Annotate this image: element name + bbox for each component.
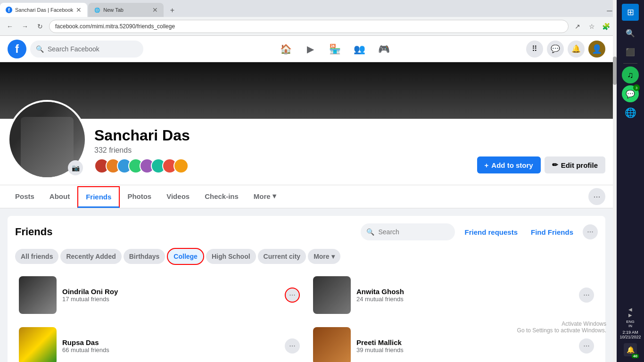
tab-posts[interactable]: Posts (8, 186, 42, 208)
add-to-story-button[interactable]: + Add to story (477, 156, 541, 173)
filter-current-city[interactable]: Current city (258, 249, 306, 264)
filter-recently-added[interactable]: Recently Added (60, 249, 121, 264)
taskbar-notification-button[interactable]: 🔔 40 (622, 341, 639, 358)
friends-section-title: Friends (15, 226, 355, 238)
friend-photo-0 (19, 276, 57, 314)
extensions-button[interactable]: 🧩 (600, 20, 612, 33)
tab-close-facebook[interactable]: ✕ (76, 6, 82, 14)
friend-menu-button-0[interactable]: ··· (285, 288, 300, 303)
filter-more[interactable]: More ▾ (308, 249, 340, 264)
friend-card-1: Anwita Ghosh 24 mutual friends ··· (309, 272, 598, 318)
tab-overflow-button[interactable]: ··· (588, 188, 605, 205)
filter-more-chevron-icon: ▾ (331, 253, 335, 260)
taskbar-spotify-icon[interactable]: ♫ (622, 66, 639, 83)
taskbar-multitask-icon[interactable]: ⬛ (622, 43, 639, 60)
friend-mutual-0: 17 mutual friends (62, 296, 279, 303)
messenger-button[interactable]: 💬 (547, 41, 564, 58)
scroll-down-button[interactable]: ▶ (627, 312, 634, 318)
tab-photos[interactable]: Photos (120, 186, 159, 208)
friends-header: Friends 🔍 Friend requests Find Friends ·… (15, 223, 598, 240)
search-placeholder: Search Facebook (48, 45, 99, 53)
friend-count: 332 friends (94, 146, 470, 155)
date-display: 10/21/2022 (619, 335, 641, 339)
tab-favicon-facebook: f (6, 7, 12, 13)
friend-menu-button-3[interactable]: ··· (579, 338, 594, 354)
scrollbar[interactable] (613, 0, 617, 362)
tab-more[interactable]: More ▾ (246, 185, 284, 208)
browser-nav-bar: ← → ↻ facebook.com/mimi.mitra.52090/frie… (0, 17, 644, 36)
share-button[interactable]: ↗ (571, 20, 584, 33)
clock[interactable]: 2:19 AM 10/21/2022 (619, 330, 641, 339)
tab-close-newtab[interactable]: ✕ (152, 6, 158, 14)
friend-name-2: Rupsa Das (62, 338, 279, 346)
friend-requests-link[interactable]: Friend requests (461, 228, 521, 236)
friend-card-0: Oindrila Oni Roy 17 mutual friends ··· (15, 272, 304, 318)
taskbar-whatsapp-icon[interactable]: 💬 3 (622, 85, 639, 102)
friend-menu-button-1[interactable]: ··· (579, 288, 594, 303)
friend-name-3: Preeti Mallick (356, 338, 573, 346)
friend-avatar-8 (173, 158, 189, 173)
taskbar-divider (623, 63, 637, 64)
notifications-button[interactable]: 🔔 (568, 41, 585, 58)
filter-college[interactable]: College (167, 248, 204, 265)
friend-photo-1 (313, 276, 351, 314)
forward-button[interactable]: → (19, 20, 31, 33)
bookmark-button[interactable]: ☆ (586, 20, 598, 33)
nav-groups-button[interactable]: 👥 (348, 41, 371, 58)
filter-all-friends[interactable]: All friends (15, 249, 58, 264)
tab-checkins[interactable]: Check-ins (197, 186, 246, 208)
friend-details-1: Anwita Ghosh 24 mutual friends (356, 288, 573, 303)
edit-profile-button[interactable]: ✏ Edit profile (545, 156, 605, 173)
search-bar[interactable]: 🔍 Search Facebook (30, 41, 143, 58)
tab-about[interactable]: About (42, 186, 77, 208)
address-bar[interactable]: facebook.com/mimi.mitra.52090/friends_co… (49, 20, 569, 33)
back-button[interactable]: ← (4, 20, 16, 33)
add-to-story-icon: + (485, 161, 489, 169)
time-display: 2:19 AM (619, 330, 641, 335)
nav-watch-button[interactable]: ▶ (299, 41, 322, 58)
friends-search-input[interactable] (378, 228, 449, 236)
nav-right: ⠿ 💬 🔔 👤 (526, 41, 605, 58)
change-avatar-button[interactable]: 📷 (68, 160, 83, 175)
refresh-button[interactable]: ↻ (34, 20, 46, 33)
friend-card-2: Rupsa Das 66 mutual friends ··· (15, 323, 304, 362)
filter-high-school[interactable]: High School (206, 249, 256, 264)
friends-search-bar[interactable]: 🔍 (361, 223, 455, 240)
user-avatar-button[interactable]: 👤 (588, 41, 605, 58)
friends-search-icon: 🔍 (366, 228, 374, 236)
nav-marketplace-button[interactable]: 🏪 (323, 41, 346, 58)
language-indicator[interactable]: ENGIN (626, 320, 634, 328)
tab-friends[interactable]: Friends (77, 186, 120, 208)
friend-photo-2 (19, 327, 57, 362)
new-tab-button[interactable]: + (165, 4, 179, 17)
scroll-thumb[interactable] (613, 57, 617, 85)
friends-more-button[interactable]: ··· (583, 224, 598, 239)
scroll-up-button[interactable]: ◀ (627, 306, 634, 312)
find-friends-link[interactable]: Find Friends (527, 228, 577, 236)
windows-start-button[interactable]: ⊞ (622, 4, 639, 21)
tab-facebook[interactable]: f Sanchari Das | Facebook ✕ (0, 3, 87, 17)
friend-avatars (94, 158, 470, 173)
tab-newtab[interactable]: 🌐 New Tab ✕ (88, 3, 164, 17)
nav-gaming-button[interactable]: 🎮 (372, 41, 395, 58)
profile-tabs: Posts About Friends Photos Videos Check-… (0, 185, 613, 208)
taskbar-search-icon[interactable]: 🔍 (622, 25, 639, 41)
taskbar-chrome-icon[interactable]: 🌐 (622, 104, 639, 121)
apps-menu-button[interactable]: ⠿ (526, 41, 543, 58)
friend-menu-button-2[interactable]: ··· (285, 338, 300, 354)
tab-favicon-newtab: 🌐 (94, 7, 100, 13)
main-content: Friends 🔍 Friend requests Find Friends ·… (0, 208, 613, 362)
friends-filter-tabs: All friends Recently Added Birthdays Col… (15, 248, 598, 265)
cover-photo (0, 62, 613, 119)
friend-mutual-2: 66 mutual friends (62, 346, 279, 354)
scroll-controls: ◀ ▶ (627, 306, 634, 318)
friend-mutual-1: 24 mutual friends (356, 296, 573, 303)
nav-home-button[interactable]: 🏠 (274, 41, 297, 58)
friend-mutual-3: 39 mutual friends (356, 346, 573, 354)
whatsapp-badge: 3 (633, 84, 640, 91)
facebook-logo[interactable]: f (8, 40, 26, 58)
chevron-down-icon: ▾ (272, 192, 276, 200)
tab-videos[interactable]: Videos (159, 186, 197, 208)
filter-birthdays[interactable]: Birthdays (124, 249, 165, 264)
taskbar-right: ⊞ 🔍 ⬛ ♫ 💬 3 🌐 ◀ ▶ ENGIN 2:19 AM 10/21/20… (617, 0, 644, 362)
